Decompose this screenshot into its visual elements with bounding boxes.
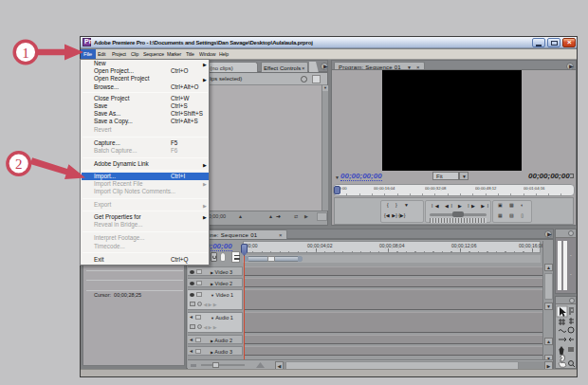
svg-text:2: 2 [15,156,23,172]
svg-text:1: 1 [22,46,29,61]
